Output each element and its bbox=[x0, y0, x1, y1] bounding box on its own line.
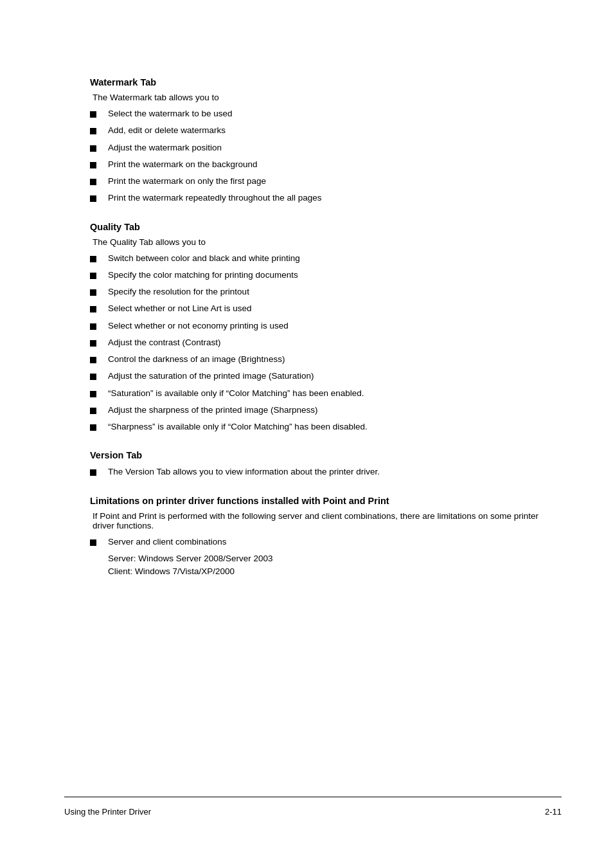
list-item-text: Adjust the saturation of the printed ima… bbox=[108, 370, 314, 383]
footer: Using the Printer Driver 2-11 bbox=[64, 807, 562, 817]
watermark-tab-intro: The Watermark tab allows you to bbox=[93, 93, 549, 102]
list-item-text: Print the watermark on only the first pa… bbox=[108, 175, 266, 188]
sub-item-client: Client: Windows 7/Vista/XP/2000 bbox=[108, 565, 549, 578]
limitations-list: Server and client combinations bbox=[90, 536, 549, 550]
bullet-icon bbox=[90, 354, 103, 367]
list-item-text: Adjust the contrast (Contrast) bbox=[108, 336, 221, 349]
list-item: Select whether or not Line Art is used bbox=[90, 302, 549, 316]
watermark-tab-section: Watermark Tab The Watermark tab allows y… bbox=[90, 77, 549, 206]
bullet-icon bbox=[90, 537, 103, 550]
bullet-icon bbox=[90, 338, 103, 350]
list-item-text: Server and client combinations bbox=[108, 536, 227, 548]
list-item-text: Switch between color and black and white… bbox=[108, 252, 300, 265]
bullet-icon bbox=[90, 287, 103, 300]
footer-divider bbox=[64, 797, 562, 797]
list-item: Specify the color matching for printing … bbox=[90, 269, 549, 283]
list-item: Switch between color and black and white… bbox=[90, 252, 549, 266]
list-item-text: Print the watermark repeatedly throughou… bbox=[108, 192, 321, 204]
bullet-icon bbox=[90, 303, 103, 316]
list-item: Print the watermark repeatedly throughou… bbox=[90, 192, 549, 206]
list-item-text: Adjust the sharpness of the printed imag… bbox=[108, 404, 317, 417]
list-item: The Version Tab allows you to view infor… bbox=[90, 466, 549, 480]
list-item-text: Select whether or not economy printing i… bbox=[108, 320, 289, 332]
list-item-text: “Sharpness” is available only if “Color … bbox=[108, 420, 368, 433]
bullet-icon bbox=[90, 193, 103, 206]
quality-tab-intro: The Quality Tab allows you to bbox=[93, 237, 549, 247]
watermark-tab-list: Select the watermark to be used Add, edi… bbox=[90, 107, 549, 206]
quality-tab-section: Quality Tab The Quality Tab allows you t… bbox=[90, 222, 549, 435]
quality-tab-title: Quality Tab bbox=[90, 222, 549, 232]
bullet-icon bbox=[90, 405, 103, 418]
bullet-icon bbox=[90, 321, 103, 334]
list-item: Adjust the watermark position bbox=[90, 141, 549, 156]
list-item: Adjust the sharpness of the printed imag… bbox=[90, 404, 549, 418]
list-item: “Saturation” is available only if “Color… bbox=[90, 387, 549, 401]
version-tab-list: The Version Tab allows you to view infor… bbox=[90, 466, 549, 480]
list-item: Print the watermark on only the first pa… bbox=[90, 175, 549, 189]
list-item-text: Select whether or not Line Art is used bbox=[108, 302, 252, 315]
bullet-icon bbox=[90, 371, 103, 384]
list-item: Specify the resolution for the printout bbox=[90, 285, 549, 300]
list-item-text: Select the watermark to be used bbox=[108, 107, 233, 120]
list-item-text: Print the watermark on the background bbox=[108, 158, 258, 171]
bullet-icon bbox=[90, 253, 103, 266]
limitations-intro: If Point and Print is performed with the… bbox=[93, 511, 549, 530]
footer-left-text: Using the Printer Driver bbox=[64, 807, 151, 817]
footer-right-text: 2-11 bbox=[545, 807, 562, 817]
sub-item-server: Server: Windows Server 2008/Server 2003 bbox=[108, 552, 549, 565]
list-item-text: Control the darkness of an image (Bright… bbox=[108, 353, 285, 366]
watermark-tab-title: Watermark Tab bbox=[90, 77, 549, 87]
list-item: Adjust the saturation of the printed ima… bbox=[90, 370, 549, 384]
bullet-icon bbox=[90, 159, 103, 172]
bullet-icon bbox=[90, 143, 103, 156]
bullet-icon bbox=[90, 388, 103, 401]
list-item: Select whether or not economy printing i… bbox=[90, 320, 549, 334]
bullet-icon bbox=[90, 109, 103, 122]
quality-tab-list: Switch between color and black and white… bbox=[90, 252, 549, 435]
bullet-icon bbox=[90, 422, 103, 435]
page: Watermark Tab The Watermark tab allows y… bbox=[0, 0, 613, 868]
list-item: “Sharpness” is available only if “Color … bbox=[90, 420, 549, 435]
limitations-section: Limitations on printer driver functions … bbox=[90, 496, 549, 579]
list-item: Adjust the contrast (Contrast) bbox=[90, 336, 549, 350]
version-tab-title: Version Tab bbox=[90, 450, 549, 460]
list-item-text: “Saturation” is available only if “Color… bbox=[108, 387, 364, 400]
list-item: Control the darkness of an image (Bright… bbox=[90, 353, 549, 367]
bullet-icon bbox=[90, 467, 103, 480]
list-item: Print the watermark on the background bbox=[90, 158, 549, 172]
list-item: Server and client combinations bbox=[90, 536, 549, 550]
bullet-icon bbox=[90, 125, 103, 138]
list-item-text: Add, edit or delete watermarks bbox=[108, 124, 226, 137]
list-item-text: Specify the resolution for the printout bbox=[108, 285, 249, 298]
list-item-text: Adjust the watermark position bbox=[108, 141, 222, 154]
bullet-icon bbox=[90, 270, 103, 283]
list-item-text: Specify the color matching for printing … bbox=[108, 269, 298, 282]
list-item-text: The Version Tab allows you to view infor… bbox=[108, 466, 380, 478]
limitations-title: Limitations on printer driver functions … bbox=[90, 496, 549, 506]
list-item: Add, edit or delete watermarks bbox=[90, 124, 549, 138]
version-tab-section: Version Tab The Version Tab allows you t… bbox=[90, 450, 549, 480]
list-item: Select the watermark to be used bbox=[90, 107, 549, 122]
bullet-icon bbox=[90, 176, 103, 189]
